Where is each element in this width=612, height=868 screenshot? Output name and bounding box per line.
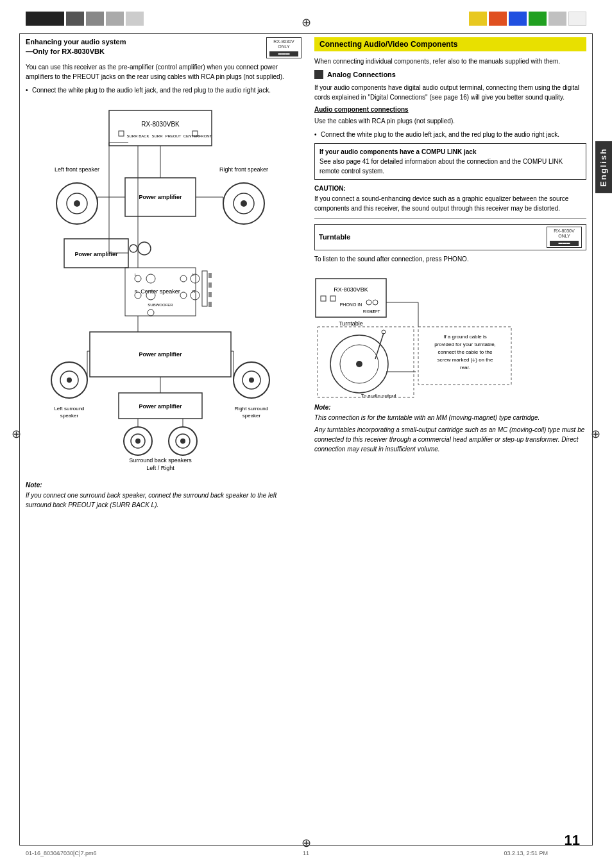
turntable-rx-bar-icon: ▬▬▬ bbox=[559, 241, 570, 245]
rx-only-label: RX-8030VONLY bbox=[269, 39, 298, 50]
svg-text:Left surround: Left surround bbox=[54, 406, 84, 412]
color-bar-5 bbox=[548, 12, 566, 26]
svg-point-22 bbox=[138, 242, 151, 255]
svg-text:RX-8030VBK: RX-8030VBK bbox=[334, 286, 368, 293]
color-bar-1 bbox=[469, 12, 487, 26]
audio-body1: Use the cables with RCA pin plugs (not s… bbox=[314, 116, 586, 126]
svg-point-28 bbox=[180, 275, 187, 282]
svg-rect-92 bbox=[318, 327, 414, 397]
svg-point-21 bbox=[130, 245, 137, 252]
left-column: Enhancing your audio system —Only for RX… bbox=[26, 37, 302, 842]
footer-right: 03.2.13, 2:51 PM bbox=[504, 850, 548, 856]
svg-point-53 bbox=[249, 378, 254, 383]
svg-text:Power amplifier: Power amplifier bbox=[139, 351, 182, 358]
svg-point-60 bbox=[135, 438, 140, 444]
svg-text:R: R bbox=[192, 290, 196, 293]
info-box-title: If your audio components have a COMPU LI… bbox=[319, 147, 581, 157]
page-number: 11 bbox=[565, 832, 580, 849]
svg-rect-42 bbox=[208, 292, 212, 297]
audio-bullet: Connect the white plug to the audio left… bbox=[314, 130, 586, 139]
enhancing-title: Enhancing your audio system —Only for RX… bbox=[26, 37, 126, 57]
svg-text:L: L bbox=[192, 273, 195, 277]
note-body-left: If you connect one surround back speaker… bbox=[26, 490, 302, 510]
rx-badge: RX-8030VONLY ▬▬▬ bbox=[266, 37, 302, 58]
svg-point-38 bbox=[148, 309, 154, 316]
caution-body: If you connect a sound-enhancing device … bbox=[314, 194, 586, 213]
turntable-diagram: RX-8030VBK PHONO IN RIGHT LEFT Turntable bbox=[314, 269, 513, 397]
svg-text:speaker: speaker bbox=[242, 413, 261, 419]
svg-rect-41 bbox=[208, 282, 212, 288]
svg-text:LEFT: LEFT bbox=[371, 309, 380, 313]
svg-rect-40 bbox=[208, 273, 212, 278]
bar-5 bbox=[126, 12, 144, 26]
right-note-section: Note: This connection is for the turntab… bbox=[314, 404, 586, 454]
svg-text:provided for your turntable,: provided for your turntable, bbox=[434, 342, 496, 347]
left-note: Note: If you connect one surround back s… bbox=[26, 482, 302, 510]
compass-left: ⊕ bbox=[12, 427, 21, 441]
audio-component-title: Audio component connections bbox=[314, 106, 586, 113]
bar-2 bbox=[66, 12, 84, 26]
right-column: Connecting Audio/Video Components When c… bbox=[314, 37, 586, 842]
svg-text:SUBWOOFER: SUBWOOFER bbox=[148, 303, 173, 307]
svg-point-34 bbox=[180, 292, 187, 299]
svg-text:CENTER: CENTER bbox=[183, 134, 200, 138]
bar-4 bbox=[106, 12, 124, 26]
turntable-header: Turntable RX-8030VONLY ▬▬▬ bbox=[314, 224, 586, 250]
enhancing-intro: You can use this receiver as the pre-amp… bbox=[26, 64, 284, 80]
info-box-body: See also page 41 for detailed informatio… bbox=[319, 157, 581, 176]
connecting-title: Connecting Audio/Video Components bbox=[319, 40, 457, 49]
svg-point-11 bbox=[74, 200, 80, 207]
turntable-svg: RX-8030VBK PHONO IN RIGHT LEFT Turntable bbox=[314, 269, 513, 404]
right-note-body2: Any turntables incorporating a small-out… bbox=[314, 425, 586, 454]
svg-text:Left  /  Right: Left / Right bbox=[146, 465, 174, 471]
svg-point-15 bbox=[241, 200, 247, 207]
svg-text:Turntable: Turntable bbox=[339, 320, 363, 327]
analog-title-text: Analog Connections bbox=[327, 71, 396, 78]
svg-text:L: L bbox=[135, 273, 137, 277]
svg-point-89 bbox=[373, 300, 378, 305]
rx-bar-icon: ▬▬▬ bbox=[278, 51, 290, 56]
analog-intro: If your audio components have digital au… bbox=[314, 83, 586, 102]
enhancing-bullet-text: Connect the white plug to the audio left… bbox=[32, 87, 271, 94]
turntable-rx-bar: ▬▬▬ bbox=[550, 241, 579, 246]
diagram-area: RX-8030VBK SURR BACK SURR PREOUT CENTER … bbox=[26, 104, 295, 476]
bar-1 bbox=[26, 12, 64, 26]
svg-rect-0 bbox=[109, 110, 212, 146]
svg-rect-43 bbox=[208, 302, 212, 307]
audio-bullet-text: Connect the white plug to the audio left… bbox=[321, 131, 559, 138]
color-bar-4 bbox=[529, 12, 547, 26]
svg-text:connect the cable to the: connect the cable to the bbox=[438, 349, 493, 355]
svg-rect-2 bbox=[119, 131, 124, 136]
main-content: Enhancing your audio system —Only for RX… bbox=[26, 37, 586, 842]
enhancing-body: You can use this receiver as the pre-amp… bbox=[26, 62, 302, 82]
top-bar-left bbox=[26, 12, 154, 26]
svg-text:SURR: SURR bbox=[151, 134, 163, 138]
svg-rect-39 bbox=[202, 271, 207, 306]
svg-text:Power amplifier: Power amplifier bbox=[139, 194, 182, 200]
svg-text:PREOUT: PREOUT bbox=[165, 134, 181, 138]
svg-text:R: R bbox=[135, 290, 138, 293]
svg-text:RX-8030VBK: RX-8030VBK bbox=[141, 121, 180, 128]
enhancing-title-text: Enhancing your audio system —Only for RX… bbox=[26, 38, 126, 55]
english-tab: English bbox=[595, 141, 612, 193]
svg-text:Right front speaker: Right front speaker bbox=[219, 166, 268, 173]
svg-text:rear.: rear. bbox=[460, 365, 470, 370]
analog-title: Analog Connections bbox=[314, 70, 586, 79]
enhancing-header: Enhancing your audio system —Only for RX… bbox=[26, 37, 302, 58]
right-note-title: Note: bbox=[314, 404, 586, 411]
svg-text:Right surround: Right surround bbox=[235, 406, 268, 412]
page-border-top bbox=[19, 33, 593, 34]
svg-text:FRONT: FRONT bbox=[199, 134, 212, 138]
svg-text:Surround back speakers: Surround back speakers bbox=[129, 457, 192, 464]
svg-rect-86 bbox=[330, 296, 336, 301]
connecting-intro: When connecting individual components, r… bbox=[314, 56, 586, 66]
color-bar-2 bbox=[489, 12, 507, 26]
info-box: If your audio components have a COMPU LI… bbox=[314, 143, 586, 180]
svg-point-26 bbox=[146, 274, 155, 283]
note-title-left: Note: bbox=[26, 482, 302, 489]
turntable-title: Turntable bbox=[319, 233, 350, 241]
svg-text:To audio output: To audio output bbox=[361, 393, 396, 399]
divider-hr bbox=[314, 218, 586, 219]
svg-text:If a ground cable is: If a ground cable is bbox=[443, 334, 487, 340]
caution-box: CAUTION: If you connect a sound-enhancin… bbox=[314, 185, 586, 213]
